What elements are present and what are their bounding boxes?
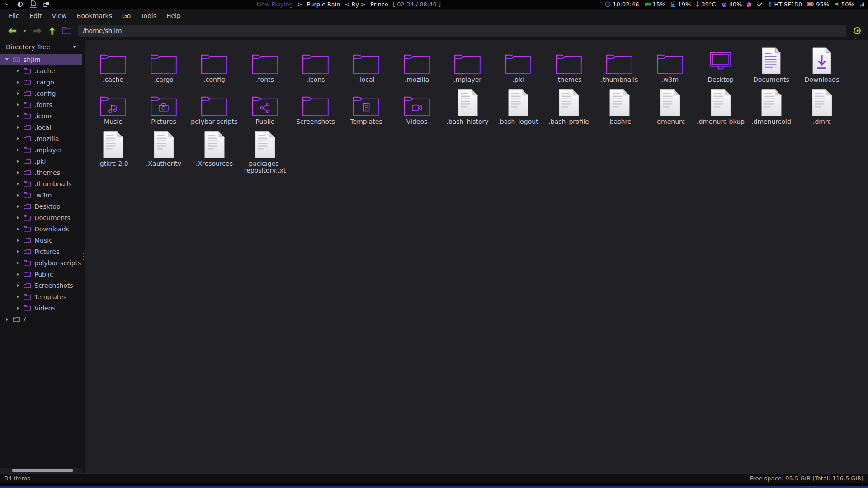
expander-icon[interactable]	[15, 295, 20, 299]
file-item[interactable]: .mozilla	[392, 47, 442, 89]
tree-item-.cache[interactable]: .cache	[0, 65, 82, 76]
tree-item-shjim[interactable]: shjim	[0, 54, 82, 65]
menu-item-view[interactable]: View	[47, 9, 72, 22]
expander-icon[interactable]	[15, 261, 20, 265]
file-item[interactable]: .Xresources	[189, 131, 240, 174]
expander-icon[interactable]	[5, 57, 9, 62]
file-item[interactable]: .bash_history	[442, 89, 493, 131]
file-item[interactable]: Desktop	[695, 47, 746, 89]
file-item[interactable]: Videos	[392, 89, 442, 131]
file-item[interactable]: Music	[88, 89, 138, 131]
tree-item-Desktop[interactable]: Desktop	[0, 201, 82, 212]
menu-item-file[interactable]: File	[4, 9, 24, 22]
back-button[interactable]	[5, 24, 19, 37]
file-item[interactable]: Pictures	[138, 89, 189, 131]
tree-item-.mozilla[interactable]: .mozilla	[0, 133, 82, 144]
expander-icon[interactable]	[15, 136, 20, 141]
file-item[interactable]: Downloads	[797, 47, 847, 89]
tree-item-.themes[interactable]: .themes	[0, 167, 82, 178]
tree-item-.local[interactable]: .local	[0, 122, 82, 133]
file-item[interactable]: .dmrc	[797, 89, 847, 131]
expander-icon[interactable]	[15, 227, 20, 231]
file-item[interactable]: .Xauthority	[138, 131, 189, 174]
file-item[interactable]: .w3m	[645, 47, 695, 89]
file-item[interactable]: .fonts	[240, 47, 290, 89]
file-item[interactable]: .gtkrc-2.0	[88, 131, 138, 174]
file-item[interactable]: Templates	[341, 89, 392, 131]
file-item[interactable]: .config	[189, 47, 240, 89]
file-item[interactable]: .themes	[543, 47, 594, 89]
expander-icon[interactable]	[5, 317, 9, 322]
file-item[interactable]: .bash_profile	[543, 89, 594, 131]
file-item[interactable]: .dmenurc-bkup	[695, 89, 746, 131]
file-item[interactable]: .mplayer	[442, 47, 493, 89]
path-input[interactable]: /home/shjim	[78, 25, 846, 37]
file-item[interactable]: polybar-scripts	[189, 89, 240, 131]
file-item[interactable]: .icons	[290, 47, 341, 89]
back-history-dropdown[interactable]	[21, 24, 28, 37]
tree-item-Videos[interactable]: Videos	[0, 302, 82, 314]
menu-item-bookmarks[interactable]: Bookmarks	[72, 9, 117, 22]
tree-item-.thumbnails[interactable]: .thumbnails	[0, 178, 82, 189]
new-tab-button[interactable]	[60, 24, 74, 37]
tree-item-Music[interactable]: Music	[0, 235, 82, 246]
expander-icon[interactable]	[15, 103, 20, 107]
tree-item-Pictures[interactable]: Pictures	[0, 246, 82, 257]
expander-icon[interactable]	[15, 306, 20, 310]
menu-item-edit[interactable]: Edit	[24, 9, 47, 22]
tree-item-Templates[interactable]: Templates	[0, 291, 82, 302]
file-item[interactable]: Documents	[746, 47, 797, 89]
expander-icon[interactable]	[15, 170, 20, 175]
file-item[interactable]: .cargo	[138, 47, 189, 89]
tree-item-root-fs[interactable]: /	[0, 314, 82, 325]
expander-icon[interactable]	[15, 283, 20, 288]
expander-icon[interactable]	[15, 182, 20, 186]
expander-icon[interactable]	[15, 159, 20, 164]
expander-icon[interactable]	[15, 216, 20, 220]
file-item[interactable]: packages-repository.txt	[240, 131, 290, 174]
file-item[interactable]: .dmenurc	[645, 89, 695, 131]
expander-icon[interactable]	[15, 91, 20, 96]
pane-splitter[interactable]	[82, 40, 85, 473]
tree-item-.config[interactable]: .config	[0, 88, 82, 99]
file-item[interactable]: .pki	[493, 47, 543, 89]
expander-icon[interactable]	[15, 80, 20, 84]
sidebar-horizontal-scrollbar[interactable]	[0, 468, 82, 473]
tree-item-.icons[interactable]: .icons	[0, 110, 82, 122]
expander-icon[interactable]	[15, 238, 20, 243]
expander-icon[interactable]	[15, 125, 20, 130]
workspace-button[interactable]	[17, 0, 23, 8]
expander-icon[interactable]	[15, 114, 20, 118]
menu-item-tools[interactable]: Tools	[136, 9, 161, 22]
workspace-button[interactable]	[43, 0, 49, 8]
scrollbar-thumb[interactable]	[12, 469, 73, 472]
tree-item-Screenshots[interactable]: Screenshots	[0, 280, 82, 291]
tree-item-.cargo[interactable]: .cargo	[0, 76, 82, 88]
tree-item-Public[interactable]: Public	[0, 268, 82, 280]
expander-icon[interactable]	[15, 272, 20, 277]
file-item[interactable]: Screenshots	[290, 89, 341, 131]
up-button[interactable]	[47, 24, 58, 37]
file-item[interactable]: .bash_logout	[493, 89, 543, 131]
file-item[interactable]: .cache	[88, 47, 138, 89]
tree-item-.pki[interactable]: .pki	[0, 155, 82, 167]
file-item[interactable]: .thumbnails	[594, 47, 645, 89]
tree-item-Documents[interactable]: Documents	[0, 212, 82, 223]
workspace-button[interactable]	[30, 0, 37, 8]
tree-item-polybar-scripts[interactable]: polybar-scripts	[0, 257, 82, 268]
tree-item-Downloads[interactable]: Downloads	[0, 223, 82, 235]
expander-icon[interactable]	[15, 249, 20, 254]
tree-item-.fonts[interactable]: .fonts	[0, 99, 82, 110]
tree-item-.w3m[interactable]: .w3m	[0, 189, 82, 201]
menu-item-help[interactable]: Help	[161, 9, 186, 22]
go-button[interactable]	[851, 24, 863, 37]
file-item[interactable]: Public	[240, 89, 290, 131]
expander-icon[interactable]	[15, 193, 20, 197]
side-pane-mode-selector[interactable]: Directory Tree	[0, 40, 82, 54]
menu-item-go[interactable]: Go	[117, 9, 136, 22]
expander-icon[interactable]	[15, 69, 20, 73]
forward-button[interactable]	[30, 24, 45, 37]
expander-icon[interactable]	[15, 148, 20, 152]
file-item[interactable]: .dmenurcold	[746, 89, 797, 131]
workspace-button[interactable]: >_	[5, 0, 10, 8]
